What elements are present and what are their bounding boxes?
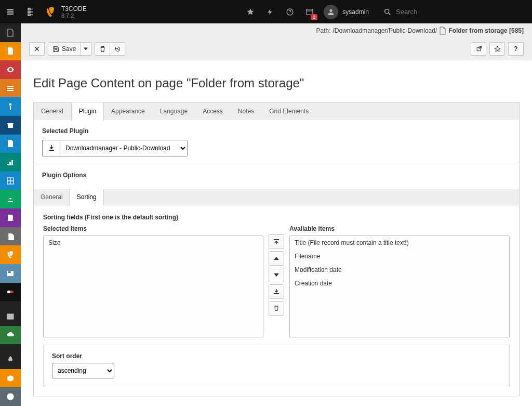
app-button[interactable]: 2 — [300, 0, 320, 23]
tab-general[interactable]: General — [34, 102, 71, 120]
path-segments[interactable]: /Downloadmanager/Public-Download/ — [333, 27, 437, 34]
tab-access[interactable]: Access — [195, 102, 231, 120]
available-items-list[interactable]: Title (File record must contain a title … — [289, 235, 510, 337]
star-icon — [246, 8, 255, 16]
plugin-select[interactable]: Downloadmanager - Public-Download — [60, 140, 188, 156]
question-icon: ? — [514, 45, 517, 53]
history-button[interactable] — [110, 42, 125, 56]
list-item[interactable]: Modification date — [290, 263, 509, 277]
open-new-window-button[interactable] — [471, 42, 486, 56]
tab-appearance[interactable]: Appearance — [104, 102, 153, 120]
tab-notes[interactable]: Notes — [231, 102, 262, 120]
search-input[interactable] — [396, 8, 510, 16]
plugin-icon-box — [42, 140, 60, 156]
available-items-label: Available Items — [289, 225, 510, 232]
selected-items-list[interactable]: Size — [43, 235, 263, 337]
save-button-label: Save — [62, 45, 76, 53]
module-pill[interactable] — [0, 283, 21, 302]
notifications-badge: 2 — [311, 14, 317, 20]
move-bottom-button[interactable] — [269, 284, 284, 299]
cache-button[interactable] — [260, 0, 280, 23]
module-docs[interactable] — [0, 135, 21, 153]
panel-plugin-options: Plugin Options GeneralSorting Sorting fi… — [33, 164, 520, 397]
save-dropdown-button[interactable] — [80, 42, 91, 56]
svg-point-6 — [385, 9, 389, 13]
save-button[interactable]: Save — [48, 42, 81, 56]
module-forms[interactable] — [0, 208, 21, 227]
help-button[interactable] — [280, 0, 300, 23]
tree-toggle-button[interactable] — [21, 0, 42, 23]
sort-order-select[interactable]: ascending — [52, 363, 114, 378]
subtab-general[interactable]: General — [34, 189, 70, 205]
move-down-button[interactable] — [269, 268, 284, 282]
svg-rect-8 — [7, 88, 14, 89]
module-box[interactable] — [0, 369, 21, 388]
move-top-button[interactable] — [269, 234, 284, 249]
context-help-button[interactable]: ? — [508, 42, 524, 56]
list-item[interactable]: Filename — [290, 250, 509, 263]
module-rocket[interactable] — [0, 350, 21, 369]
module-image[interactable] — [0, 307, 21, 326]
typo3-logo-icon — [45, 6, 56, 18]
module-reports[interactable] — [0, 153, 21, 172]
list-item[interactable]: Title (File record must contain a title … — [290, 236, 509, 250]
module-templates[interactable] — [0, 227, 21, 246]
tree-icon — [27, 8, 35, 16]
page-icon — [439, 27, 446, 35]
save-icon — [52, 46, 59, 53]
close-button[interactable] — [29, 42, 45, 56]
record-toolbar: Save ? — [21, 38, 532, 60]
breadcrumb: Path: /Downloadmanager/Public-Download/ … — [21, 23, 532, 38]
module-list[interactable] — [0, 42, 21, 61]
avatar — [324, 5, 338, 19]
list-move-buttons — [269, 234, 284, 316]
history-icon — [114, 46, 121, 53]
move-bottom-icon — [273, 289, 280, 295]
sorting-section-label: Sorting fields (First one is the default… — [43, 214, 510, 221]
tab-language[interactable]: Language — [153, 102, 195, 120]
search-box[interactable] — [376, 8, 532, 16]
module-list2[interactable] — [0, 79, 21, 98]
move-down-icon — [274, 273, 279, 277]
bookmarks-button[interactable] — [241, 0, 260, 23]
move-top-icon — [273, 239, 280, 245]
module-bar — [0, 23, 21, 406]
module-news[interactable] — [0, 264, 21, 283]
svg-rect-16 — [7, 291, 10, 293]
search-icon — [383, 8, 392, 16]
module-globe[interactable] — [0, 387, 21, 406]
close-icon — [34, 46, 40, 52]
module-view[interactable] — [0, 60, 21, 79]
tab-grid-elements[interactable]: Grid Elements — [262, 102, 316, 120]
user-icon — [327, 8, 335, 16]
brand-title: T3CODE — [61, 5, 87, 12]
svg-rect-2 — [28, 14, 30, 16]
menu-toggle-button[interactable] — [0, 0, 21, 23]
brand-version: 8.7.2 — [61, 12, 87, 19]
user-menu[interactable]: sysadmin — [320, 5, 376, 19]
tab-plugin[interactable]: Plugin — [71, 102, 104, 121]
subtab-sorting[interactable]: Sorting — [70, 189, 104, 205]
delete-button[interactable] — [95, 42, 110, 56]
path-page[interactable]: Folder from storage [585] — [448, 27, 524, 34]
module-layout[interactable] — [0, 172, 21, 190]
module-typo3[interactable] — [0, 245, 21, 264]
svg-rect-1 — [28, 11, 30, 12]
move-up-button[interactable] — [269, 251, 284, 266]
bookmark-button[interactable] — [489, 42, 505, 56]
list-item[interactable]: Creation date — [290, 277, 509, 290]
sort-order-block: Sort order ascending — [43, 345, 510, 386]
username: sysadmin — [342, 8, 369, 16]
module-tools[interactable] — [0, 116, 21, 135]
svg-point-5 — [330, 9, 332, 11]
module-info[interactable] — [0, 97, 21, 116]
module-download[interactable] — [0, 190, 21, 208]
brand: T3CODE 8.7.2 — [42, 5, 87, 19]
list-item[interactable]: Size — [44, 236, 263, 250]
remove-item-button[interactable] — [269, 301, 284, 316]
svg-rect-21 — [274, 239, 279, 240]
module-page[interactable] — [0, 23, 21, 42]
sorting-panel: Sorting fields (First one is the default… — [34, 205, 519, 397]
svg-rect-0 — [28, 8, 30, 10]
module-cloud[interactable] — [0, 326, 21, 345]
